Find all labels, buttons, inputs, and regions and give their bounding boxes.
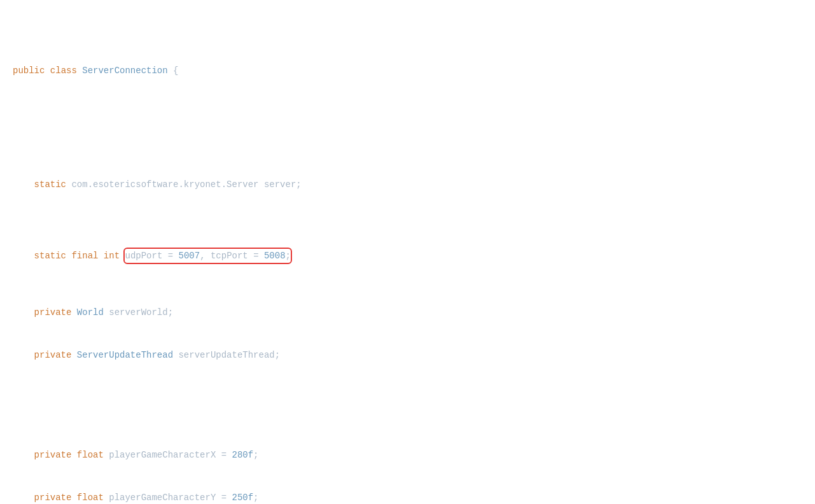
line-9: private float playerGameCharacterY = 250… <box>13 491 802 504</box>
line-5: private World serverWorld; <box>13 305 802 319</box>
line-1: public class ServerConnection { <box>13 64 802 78</box>
line-3: static com.esotericsoftware.kryonet.Serv… <box>13 178 802 192</box>
line-blank-1 <box>13 106 802 120</box>
ports-highlight: udpPort = 5007, tcpPort = 5008; <box>125 249 291 263</box>
line-6: private ServerUpdateThread serverUpdateT… <box>13 348 802 362</box>
line-8: private float playerGameCharacterX = 280… <box>13 448 802 462</box>
code-container: public class ServerConnection { static c… <box>13 6 802 504</box>
line-blank-2 <box>13 391 802 405</box>
line-4: static final int udpPort = 5007, tcpPort… <box>13 249 802 263</box>
